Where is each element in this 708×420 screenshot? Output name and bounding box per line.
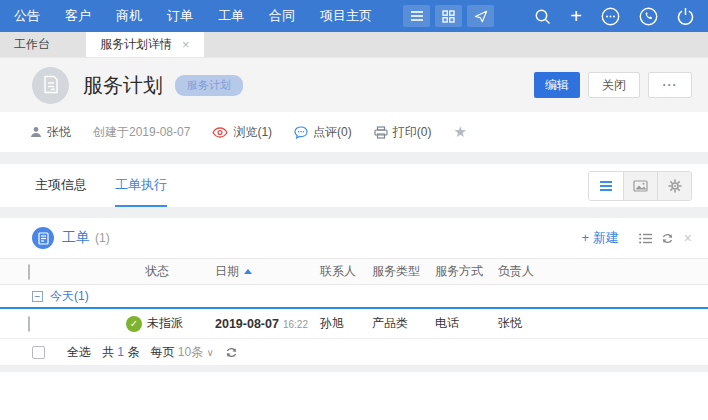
messages-icon[interactable] [601, 7, 620, 26]
row-date-cell: 2019-08-07 16:22 [215, 317, 320, 331]
edit-button[interactable]: 编辑 [534, 72, 580, 98]
table-header-row: 状态 日期 联系人 服务类型 服务方式 负责人 [0, 258, 708, 285]
section-divider [0, 207, 708, 218]
total-text: 共 1 条 [102, 344, 139, 361]
person-icon [30, 126, 42, 138]
top-nav: 公告 客户 商机 订单 工单 合同 项目主页 + [0, 0, 708, 32]
list-actions: + 新建 × [582, 229, 692, 247]
views-label: 浏览(1) [233, 124, 272, 141]
record-header: 服务计划 服务计划 编辑 关闭 ··· [0, 58, 708, 112]
nav-tools [403, 5, 499, 27]
collapse-group-icon[interactable]: − [32, 291, 43, 302]
nav-item-contracts[interactable]: 合同 [269, 7, 295, 25]
refresh-icon[interactable] [661, 232, 674, 245]
views-item[interactable]: 浏览(1) [212, 124, 272, 141]
nav-item-workorders[interactable]: 工单 [218, 7, 244, 25]
col-service-method[interactable]: 服务方式 [435, 263, 498, 280]
total-prefix: 共 [102, 345, 114, 359]
header-buttons: 编辑 关闭 ··· [534, 72, 692, 98]
col-status[interactable]: 状态 [118, 263, 215, 280]
close-button[interactable]: 关闭 [588, 72, 640, 98]
nav-item-orders[interactable]: 订单 [167, 7, 193, 25]
tab-service-plan-detail[interactable]: 服务计划详情 × [86, 32, 204, 57]
image-view-icon [633, 180, 648, 192]
tab-work-exec[interactable]: 工单执行 [115, 164, 167, 207]
col-contact[interactable]: 联系人 [320, 263, 372, 280]
per-page-control[interactable]: 每页 10条 ∨ [150, 344, 213, 361]
nav-item-opportunities[interactable]: 商机 [116, 7, 142, 25]
add-icon[interactable]: + [570, 6, 582, 26]
col-date-label: 日期 [215, 263, 239, 280]
card-view-button[interactable] [623, 172, 657, 200]
col-service-type[interactable]: 服务类型 [372, 263, 435, 280]
tab-workbench-label: 工作台 [14, 36, 50, 53]
col-owner[interactable]: 负责人 [498, 263, 708, 280]
phone-icon[interactable] [639, 7, 658, 26]
tab-workbench[interactable]: 工作台 [0, 32, 86, 57]
footer-divider [0, 365, 708, 372]
page-title: 服务计划 [83, 72, 163, 99]
owner-name: 张悦 [47, 124, 71, 141]
select-all-header [0, 265, 118, 279]
more-actions-button[interactable]: ··· [648, 72, 692, 98]
print-label: 打印(0) [393, 124, 432, 141]
collapse-list-icon[interactable]: × [684, 230, 692, 246]
row-checkbox[interactable] [28, 316, 30, 332]
col-date[interactable]: 日期 [215, 263, 320, 280]
comment-icon [294, 126, 308, 139]
gear-icon [668, 179, 682, 193]
list-view-icon [599, 180, 613, 192]
status-text: 未指派 [147, 315, 183, 332]
list-view-button[interactable] [589, 172, 623, 200]
list-count: (1) [95, 231, 110, 245]
list-options-icon[interactable] [639, 233, 653, 244]
new-workorder-button[interactable]: + 新建 [582, 229, 619, 247]
total-suffix: 条 [127, 345, 139, 359]
chevron-down-icon: ∨ [206, 347, 213, 358]
record-type-badge: 服务计划 [175, 75, 243, 96]
close-tab-icon[interactable]: × [182, 37, 190, 52]
record-meta: 张悦 创建于2019-08-07 浏览(1) 点评(0) 打印(0) ★ [0, 112, 708, 152]
status-check-icon: ✓ [126, 316, 142, 332]
select-all-checkbox[interactable] [32, 346, 45, 359]
row-service-type-cell: 产品类 [372, 315, 435, 332]
nav-item-customers[interactable]: 客户 [65, 7, 91, 25]
print-item[interactable]: 打印(0) [374, 124, 432, 141]
comments-label: 点评(0) [313, 124, 352, 141]
favorite-star-icon[interactable]: ★ [453, 123, 466, 141]
select-all-label[interactable]: 全选 [67, 344, 91, 361]
list-title: 工单 [62, 229, 90, 247]
total-count: 1 [117, 345, 124, 359]
row-owner-cell: 张悦 [498, 315, 708, 332]
search-icon[interactable] [534, 8, 551, 25]
sort-asc-icon [244, 269, 252, 274]
row-contact-cell[interactable]: 孙旭 [320, 315, 372, 332]
view-toggle-group [588, 171, 692, 201]
workorder-list-toolbar: 工单 (1) + 新建 × [0, 218, 708, 258]
document-icon [42, 75, 60, 95]
group-row-today: − 今天(1) [0, 285, 708, 309]
nav-right-icons: + [515, 6, 694, 26]
section-divider [0, 152, 708, 164]
logout-icon[interactable] [677, 7, 694, 25]
per-page-label: 每页 [150, 345, 174, 359]
header-checkbox[interactable] [28, 264, 30, 280]
footer-refresh-icon[interactable] [225, 346, 238, 359]
workorder-icon [32, 227, 54, 249]
tab-main-info[interactable]: 主项信息 [35, 164, 87, 207]
table-footer: 全选 共 1 条 每页 10条 ∨ [0, 339, 708, 365]
date-value[interactable]: 2019-08-07 [215, 317, 279, 331]
send-icon[interactable] [467, 5, 494, 27]
menu-icon[interactable] [403, 5, 430, 27]
table-row[interactable]: ✓ 未指派 2019-08-07 16:22 孙旭 产品类 电话 张悦 [0, 309, 708, 339]
created-date: 创建于2019-08-07 [93, 124, 190, 141]
nav-item-project-home[interactable]: 项目主页 [320, 7, 372, 25]
row-select-cell [0, 317, 118, 331]
eye-icon [212, 127, 228, 138]
group-label: 今天(1) [50, 288, 89, 305]
row-service-method-cell: 电话 [435, 315, 498, 332]
nav-item-announcements[interactable]: 公告 [14, 7, 40, 25]
comments-item[interactable]: 点评(0) [294, 124, 352, 141]
grid-icon[interactable] [435, 5, 462, 27]
settings-view-button[interactable] [657, 172, 691, 200]
